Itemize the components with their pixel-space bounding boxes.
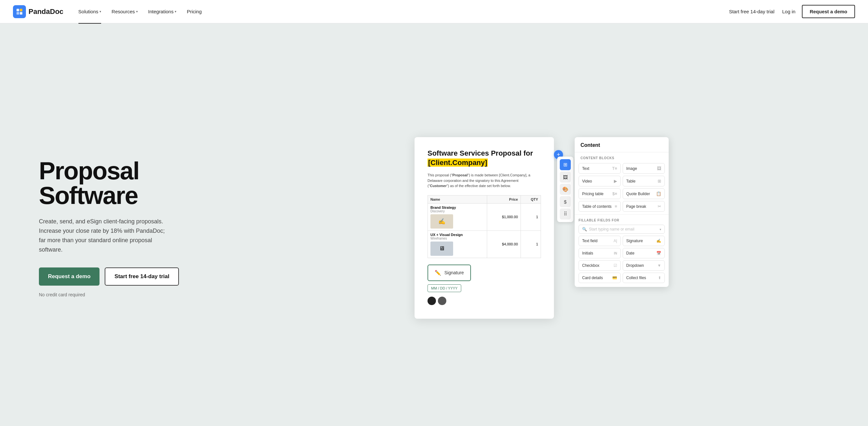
- trial-button[interactable]: Start free 14-day trial: [727, 6, 776, 17]
- date-field-icon: 📅: [656, 251, 661, 255]
- demo-button-outline[interactable]: Request a demo: [802, 5, 855, 18]
- block-pricing-table[interactable]: Pricing table $≡: [579, 188, 621, 199]
- collect-files-icon: ⬆: [658, 276, 661, 280]
- field-checkbox[interactable]: Checkbox ☑: [579, 260, 621, 271]
- field-dropdown[interactable]: Dropdown ▼: [623, 260, 665, 271]
- block-image[interactable]: Image 🖼: [623, 163, 665, 174]
- block-toc[interactable]: Table of contents ≡: [579, 201, 621, 212]
- block-quote-builder[interactable]: Quote Builder 📋: [623, 188, 665, 199]
- page-break-icon: ✂: [658, 204, 661, 209]
- fields-grid: Text field A| Signature ✍ Initials IN: [579, 236, 665, 285]
- palette-toolbar-btn[interactable]: 🎨: [560, 184, 571, 195]
- text-field-icon: A|: [614, 239, 617, 243]
- col-name: Name: [428, 195, 487, 203]
- document-container: Software Services Proposal for [Client.C…: [414, 137, 622, 319]
- content-blocks-label: CONTENT BLOCKS: [575, 152, 669, 162]
- fillable-fields-section: FILLABLE FIELDS FOR 🔍 Start typing name …: [575, 214, 669, 287]
- svg-rect-0: [17, 9, 19, 11]
- start-trial-button[interactable]: Start free 14-day trial: [105, 268, 179, 285]
- content-panel: Content CONTENT BLOCKS Text T≡ Image 🖼 V…: [575, 137, 669, 287]
- layout-toolbar-btn[interactable]: ⊞: [560, 159, 571, 170]
- logo-link[interactable]: PandaDoc: [13, 5, 64, 18]
- checkbox-field-icon: ☑: [614, 263, 617, 268]
- signature-field-icon: ✍: [656, 239, 661, 243]
- pricing-toolbar-btn[interactable]: $: [560, 196, 571, 207]
- pricing-table: Name Price QTY Brand Strategy Discovery: [428, 195, 541, 258]
- svg-rect-1: [20, 9, 22, 11]
- table-row: UX + Visual Design Wireframes 🖥 $4,000.0…: [428, 231, 541, 258]
- text-block-icon: T≡: [612, 166, 617, 171]
- chevron-down-icon: ▾: [99, 10, 101, 13]
- logo-text: PandaDoc: [29, 7, 64, 16]
- field-date[interactable]: Date 📅: [623, 248, 665, 258]
- ux-design-image: 🖥: [430, 242, 453, 256]
- blocks-toolbar-btn[interactable]: ⠿: [560, 209, 571, 219]
- hero-subtitle: Create, send, and eSign client-facing pr…: [39, 217, 168, 254]
- table-row: Brand Strategy Discovery ✍ $1,000.00 1: [428, 203, 541, 231]
- request-demo-button[interactable]: Request a demo: [39, 268, 99, 285]
- login-button[interactable]: Log in: [781, 6, 797, 17]
- image-block-icon: 🖼: [657, 166, 661, 171]
- signature-icon: ✏️: [435, 270, 441, 276]
- brand-strategy-image: ✍: [430, 214, 453, 229]
- navbar: PandaDoc Solutions ▾ Resources ▾ Integra…: [0, 0, 868, 23]
- side-toolbar: ⊞ 🖼 🎨 $ ⠿: [557, 157, 574, 222]
- search-icon: 🔍: [582, 227, 587, 232]
- navbar-actions: Start free 14-day trial Log in Request a…: [727, 5, 855, 18]
- document-card: Software Services Proposal for [Client.C…: [414, 137, 554, 319]
- chevron-down-icon: ▾: [175, 10, 176, 13]
- nav-resources[interactable]: Resources ▾: [107, 6, 142, 17]
- signature-label: Signature: [444, 270, 464, 275]
- logo-icon: [13, 5, 26, 18]
- nav-solutions[interactable]: Solutions ▾: [74, 6, 106, 17]
- field-signature[interactable]: Signature ✍: [623, 236, 665, 246]
- hero-illustration: Software Services Proposal for [Client.C…: [208, 137, 829, 319]
- signature-box[interactable]: ✏️ Signature: [428, 265, 471, 281]
- card-details-field-icon: 💳: [612, 276, 617, 280]
- doc-highlight: [Client.Company]: [428, 158, 488, 166]
- field-initials[interactable]: Initials IN: [579, 248, 621, 258]
- fillable-search-box[interactable]: 🔍 Start typing name or email ▾: [579, 225, 665, 234]
- hero-content: Proposal Software Create, send, and eSig…: [39, 158, 188, 297]
- chevron-down-icon: ▾: [659, 227, 661, 231]
- initials-field-icon: IN: [614, 251, 617, 255]
- table-block-icon: ⊞: [658, 179, 661, 183]
- block-table[interactable]: Table ⊞: [623, 176, 665, 186]
- dropdown-field-icon: ▼: [657, 263, 661, 268]
- fillable-label: FILLABLE FIELDS FOR: [579, 217, 665, 225]
- hero-note: No credit card required: [39, 292, 188, 297]
- search-placeholder: Start typing name or email: [589, 227, 658, 232]
- toc-icon: ≡: [615, 204, 617, 209]
- col-price: Price: [487, 195, 521, 203]
- doc-description: This proposal ("Proposal") is made betwe…: [428, 173, 541, 189]
- field-text-field[interactable]: Text field A|: [579, 236, 621, 246]
- hero-buttons: Request a demo Start free 14-day trial: [39, 268, 188, 285]
- video-block-icon: ▶: [614, 179, 617, 183]
- field-card-details[interactable]: Card details 💳: [579, 273, 621, 283]
- svg-rect-3: [20, 12, 22, 14]
- hero-title: Proposal Software: [39, 158, 188, 208]
- date-field[interactable]: MM / DD / YYYY: [428, 284, 461, 292]
- pricing-table-icon: $≡: [612, 191, 617, 196]
- block-text[interactable]: Text T≡: [579, 163, 621, 174]
- chevron-down-icon: ▾: [136, 10, 138, 13]
- nav-menu: Solutions ▾ Resources ▾ Integrations ▾ P…: [74, 6, 728, 17]
- nav-pricing[interactable]: Pricing: [182, 6, 206, 17]
- image-toolbar-btn[interactable]: 🖼: [560, 172, 571, 183]
- block-video[interactable]: Video ▶: [579, 176, 621, 186]
- avatar: [428, 297, 436, 305]
- avatar: [438, 297, 446, 305]
- field-collect-files[interactable]: Collect files ⬆: [623, 273, 665, 283]
- content-blocks-grid: Text T≡ Image 🖼 Video ▶ Table ⊞: [575, 162, 669, 214]
- doc-avatars: [428, 297, 541, 305]
- doc-title: Software Services Proposal for [Client.C…: [428, 149, 541, 167]
- panel-header: Content: [575, 137, 669, 152]
- panel-title: Content: [581, 142, 600, 148]
- nav-integrations[interactable]: Integrations ▾: [144, 6, 181, 17]
- quote-builder-icon: 📋: [656, 191, 661, 196]
- col-qty: QTY: [521, 195, 540, 203]
- hero-section: Proposal Software Create, send, and eSig…: [0, 23, 868, 426]
- svg-rect-2: [17, 12, 19, 14]
- block-page-break[interactable]: Page break ✂: [623, 201, 665, 212]
